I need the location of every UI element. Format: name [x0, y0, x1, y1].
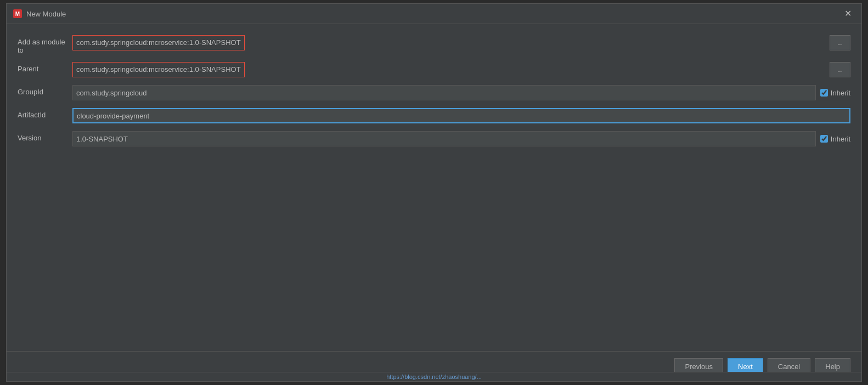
group-id-inherit-checkbox[interactable] — [820, 89, 828, 97]
parent-label: Parent — [18, 62, 72, 73]
artifact-id-input[interactable] — [72, 108, 850, 123]
form-content: Add as module to com.study.springcloud:m… — [7, 24, 861, 351]
version-wrapper: Inherit — [72, 131, 850, 146]
title-bar: M New Module ✕ — [7, 4, 861, 24]
artifact-id-label: ArtifactId — [18, 108, 72, 119]
group-id-inherit-label: Inherit — [831, 89, 850, 97]
parent-value: com.study.springcloud:mcroservice:1.0-SN… — [72, 62, 245, 77]
add-as-module-label: Add as module to — [18, 35, 72, 54]
group-id-wrapper: Inherit — [72, 85, 850, 100]
title-bar-left: M New Module — [13, 9, 66, 18]
artifact-id-wrapper — [72, 108, 850, 123]
dialog-title: New Module — [26, 10, 66, 18]
add-as-module-browse-button[interactable]: ... — [830, 35, 850, 50]
add-as-module-value: com.study.springcloud:mcroservice:1.0-SN… — [72, 35, 245, 50]
artifact-id-row: ArtifactId — [18, 108, 850, 123]
add-as-module-row: Add as module to com.study.springcloud:m… — [18, 35, 850, 54]
group-id-row: GroupId Inherit — [18, 85, 850, 100]
group-id-label: GroupId — [18, 85, 72, 96]
app-icon: M — [13, 9, 22, 18]
close-button[interactable]: ✕ — [841, 8, 855, 19]
add-as-module-wrapper: com.study.springcloud:mcroservice:1.0-SN… — [72, 35, 850, 50]
parent-browse-button[interactable]: ... — [830, 62, 850, 77]
version-inherit-label: Inherit — [831, 135, 850, 143]
version-inherit-wrapper: Inherit — [820, 135, 850, 143]
group-id-inherit-wrapper: Inherit — [820, 89, 850, 97]
parent-row: Parent com.study.springcloud:mcroservice… — [18, 62, 850, 77]
version-row: Version Inherit — [18, 131, 850, 146]
version-label: Version — [18, 131, 72, 142]
footer: Previous Next Cancel Help https://blog.c… — [7, 351, 861, 381]
new-module-dialog: M New Module ✕ Add as module to com.stud… — [6, 3, 862, 382]
group-id-input[interactable] — [72, 85, 816, 100]
version-inherit-checkbox[interactable] — [820, 135, 828, 143]
footer-url: https://blog.csdn.net/zhaoshuang/... — [7, 372, 861, 381]
version-input[interactable] — [72, 131, 816, 146]
parent-wrapper: com.study.springcloud:mcroservice:1.0-SN… — [72, 62, 850, 77]
